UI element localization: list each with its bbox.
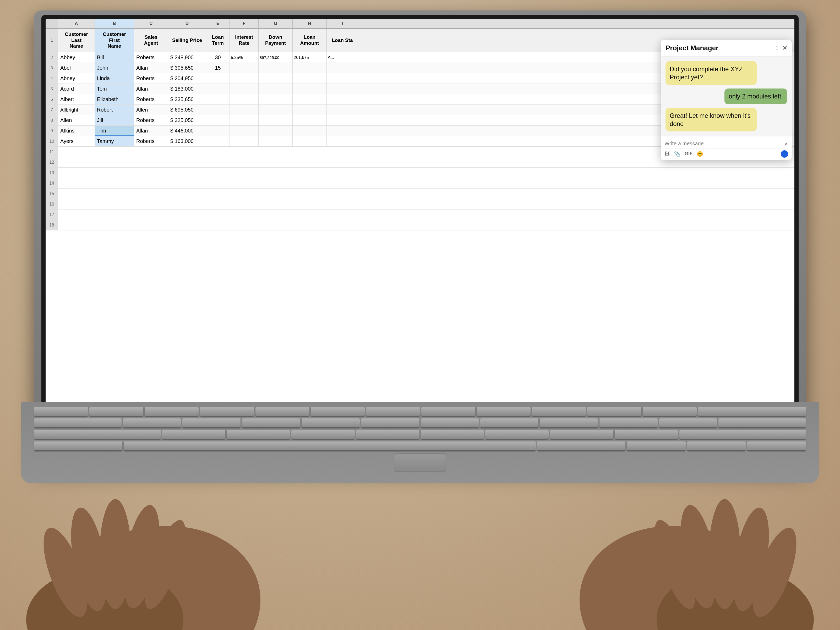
table-row: 13 [46, 168, 794, 178]
emoji-icon[interactable]: 😊 [697, 151, 703, 157]
kb-key [550, 430, 613, 439]
chat-message-1: Did you complete the XYZ Project yet? [665, 61, 757, 85]
kb-key [34, 407, 88, 416]
kb-key [361, 419, 419, 428]
kb-key [537, 441, 625, 451]
kb-key [718, 419, 806, 428]
kb-key [34, 441, 122, 451]
gif-icon[interactable]: GIF [685, 151, 693, 157]
chat-input-area: ∧ 🖼 📎 GIF 😊 [661, 136, 792, 160]
chat-message-input[interactable] [665, 140, 784, 146]
spreadsheet: A B C D E F G H I 1 [46, 19, 794, 458]
kb-key [421, 430, 484, 439]
laptop-shell: A B C D E F G H I 1 [34, 11, 806, 468]
kb-key [587, 407, 641, 416]
col-header-f: F [230, 19, 259, 28]
kb-key [182, 419, 240, 428]
kb-row-3 [34, 430, 806, 439]
header-cell-e: LoanTerm [206, 29, 230, 52]
kb-key [485, 430, 549, 439]
kb-key [89, 407, 143, 416]
keyboard [34, 407, 806, 451]
header-cell-b: CustomerFirstName [95, 29, 134, 52]
laptop-keyboard-base [21, 402, 819, 484]
kb-key [480, 419, 538, 428]
kb-key [200, 407, 254, 416]
chat-header-controls: ⤡ ✕ [775, 45, 787, 52]
kb-key [421, 419, 479, 428]
col-header-row: A B C D E F G H I [46, 19, 794, 29]
chat-expand-input-button[interactable]: ∧ [784, 140, 788, 147]
col-header-h: H [293, 19, 327, 28]
laptop-lid: A B C D E F G H I 1 [34, 11, 806, 468]
col-header-e: E [206, 19, 230, 28]
row-num-corner [46, 19, 58, 28]
scene: A B C D E F G H I 1 [0, 0, 840, 630]
kb-key [679, 430, 806, 439]
kb-key [421, 407, 475, 416]
table-row: 16 [46, 199, 794, 209]
kb-key [256, 407, 309, 416]
chat-toolbar: 🖼 📎 GIF 😊 [665, 148, 788, 158]
touchpad[interactable] [394, 454, 446, 472]
header-cell-g: DownPayment [259, 29, 293, 52]
kb-key [532, 407, 586, 416]
kb-key [123, 419, 181, 428]
kb-key [34, 430, 161, 439]
header-cell-i: Loan Sta [327, 29, 358, 52]
header-cell-h: LoanAmount [293, 29, 327, 52]
screen-bezel: A B C D E F G H I 1 [41, 15, 799, 462]
laptop-screen: A B C D E F G H I 1 [46, 19, 794, 458]
col-header-g: G [259, 19, 293, 28]
header-cell-a: CustomerLastName [58, 29, 95, 52]
kb-key [627, 441, 686, 451]
selected-cell[interactable]: Tim [95, 126, 134, 136]
col-header-i: I [327, 19, 358, 28]
table-row: 18 [46, 220, 794, 230]
kb-key [145, 407, 199, 416]
kb-key [747, 441, 806, 451]
kb-key [291, 430, 355, 439]
kb-key [227, 430, 290, 439]
col-header-c: C [134, 19, 168, 28]
chat-input-row: ∧ [665, 139, 788, 148]
chat-header: Project Manager ⤡ ✕ [661, 40, 792, 57]
col-header-b: B [95, 19, 134, 28]
header-cell-d: Selling Price [168, 29, 206, 52]
header-cell-c: SalesAgent [134, 29, 168, 52]
kb-spacebar [124, 441, 536, 451]
table-row: 15 [46, 189, 794, 199]
expand-button[interactable]: ⤡ [773, 44, 781, 52]
kb-key [34, 419, 122, 428]
col-header-a: A [58, 19, 95, 28]
kb-key [162, 430, 226, 439]
kb-key [687, 441, 746, 451]
col-header-d: D [168, 19, 206, 28]
kb-key [643, 407, 697, 416]
kb-key [366, 407, 420, 416]
kb-row-4 [34, 441, 806, 451]
close-button[interactable]: ✕ [782, 45, 787, 52]
chat-panel: Project Manager ⤡ ✕ Did you comp [661, 40, 792, 160]
kb-key [698, 407, 806, 416]
kb-row-1 [34, 407, 806, 416]
chat-title: Project Manager [665, 44, 718, 52]
header-cell-f: InterestRate [230, 29, 259, 52]
kb-key [659, 419, 717, 428]
row-num-1: 1 [46, 29, 58, 52]
kb-key [540, 419, 598, 428]
table-row: 14 [46, 178, 794, 189]
kb-key [242, 419, 300, 428]
kb-key [615, 430, 678, 439]
kb-key [311, 407, 365, 416]
send-button[interactable] [781, 150, 788, 158]
kb-row-2 [34, 419, 806, 428]
table-row: 17 [46, 209, 794, 220]
kb-key [356, 430, 420, 439]
kb-key [302, 419, 360, 428]
chat-message-2: only 2 modules left. [725, 88, 787, 104]
kb-key [477, 407, 531, 416]
kb-key [600, 419, 658, 428]
image-icon[interactable]: 🖼 [665, 151, 670, 157]
attachment-icon[interactable]: 📎 [674, 151, 681, 157]
